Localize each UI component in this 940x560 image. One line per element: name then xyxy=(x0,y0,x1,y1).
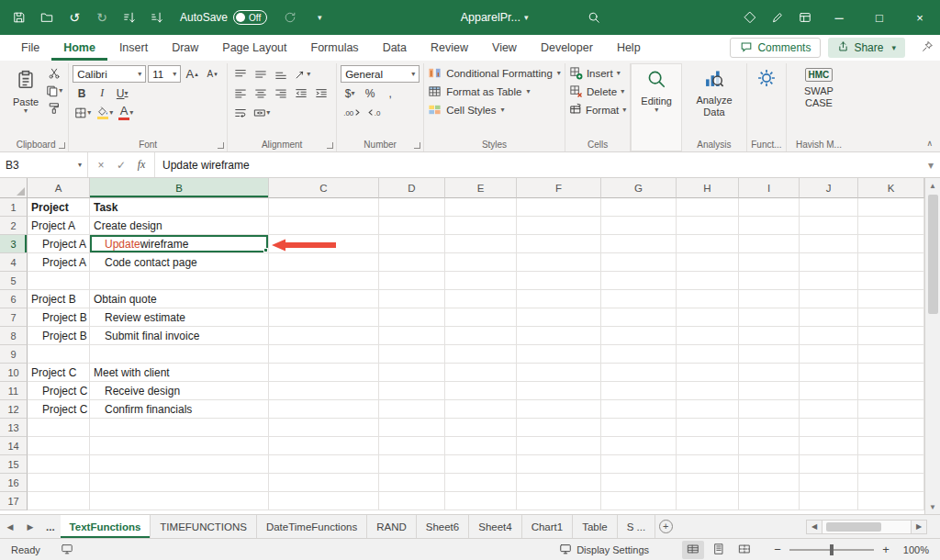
cell-G16[interactable] xyxy=(601,474,677,492)
cell-C8[interactable] xyxy=(269,327,379,345)
cell-A10[interactable]: Project C xyxy=(28,364,90,382)
cell-J17[interactable] xyxy=(800,492,858,510)
cell-F5[interactable] xyxy=(517,272,601,290)
cell-F16[interactable] xyxy=(517,474,601,492)
hscroll-left-icon[interactable]: ◀ xyxy=(806,520,822,534)
cell-B12[interactable]: Confirm financials xyxy=(90,400,269,419)
percent-style-button[interactable]: % xyxy=(361,84,379,102)
paste-button[interactable]: Paste ▾ xyxy=(7,66,44,115)
format-as-table-button[interactable]: Format as Table ▾ xyxy=(428,83,561,101)
cell-D11[interactable] xyxy=(379,382,445,400)
column-header-J[interactable]: J xyxy=(800,178,858,198)
hscroll-track[interactable] xyxy=(822,520,911,534)
cell-D16[interactable] xyxy=(379,474,445,492)
align-top-button[interactable] xyxy=(231,65,250,83)
cell-G12[interactable] xyxy=(601,400,677,419)
cell-H6[interactable] xyxy=(677,290,739,308)
cell-K16[interactable] xyxy=(858,474,924,492)
cell-J12[interactable] xyxy=(800,400,858,419)
row-header-1[interactable]: 1 xyxy=(0,198,28,217)
search-icon[interactable] xyxy=(580,4,608,31)
cell-I17[interactable] xyxy=(739,492,800,510)
cell-G15[interactable] xyxy=(601,455,677,474)
row-header-14[interactable]: 14 xyxy=(0,437,28,455)
cell-D17[interactable] xyxy=(379,492,445,510)
cell-H14[interactable] xyxy=(677,437,739,455)
cell-A2[interactable]: Project A xyxy=(28,217,90,235)
insert-cells-button[interactable]: Insert ▾ xyxy=(569,64,626,83)
row-header-2[interactable]: 2 xyxy=(0,217,28,235)
cell-E10[interactable] xyxy=(445,364,517,382)
cell-F9[interactable] xyxy=(517,345,601,364)
cell-E6[interactable] xyxy=(445,290,517,308)
ribbon-tab-file[interactable]: File xyxy=(9,35,51,61)
zoom-level[interactable]: 100% xyxy=(898,544,929,555)
cell-F3[interactable] xyxy=(517,235,601,253)
cell-C4[interactable] xyxy=(269,253,379,272)
cell-E9[interactable] xyxy=(445,345,517,364)
ribbon-tab-insert[interactable]: Insert xyxy=(107,35,160,61)
cell-F7[interactable] xyxy=(517,308,601,327)
new-sheet-button[interactable]: + xyxy=(655,515,676,538)
cell-J10[interactable] xyxy=(800,364,858,382)
cell-E17[interactable] xyxy=(445,492,517,510)
format-cells-button[interactable]: Format ▾ xyxy=(569,101,626,119)
sheet-tab-sheet6[interactable]: Sheet6 xyxy=(417,515,469,538)
comma-style-button[interactable]: , xyxy=(381,84,399,102)
cell-J16[interactable] xyxy=(800,474,858,492)
number-dialog-launcher[interactable] xyxy=(414,142,420,149)
cell-C6[interactable] xyxy=(269,290,379,308)
row-header-4[interactable]: 4 xyxy=(0,253,28,272)
cell-I5[interactable] xyxy=(739,272,800,290)
analyze-data-button[interactable]: Analyze Data xyxy=(686,64,743,118)
ribbon-tab-draw[interactable]: Draw xyxy=(160,35,210,61)
bold-button[interactable]: B xyxy=(73,84,91,102)
font-name-select[interactable]: Calibri▾ xyxy=(73,65,146,83)
row-header-6[interactable]: 6 xyxy=(0,290,28,308)
cell-A16[interactable] xyxy=(28,474,90,492)
cell-C11[interactable] xyxy=(269,382,379,400)
cell-H2[interactable] xyxy=(677,217,739,235)
cell-H15[interactable] xyxy=(677,455,739,474)
ribbon-tab-formulas[interactable]: Formulas xyxy=(299,35,371,61)
cell-J6[interactable] xyxy=(800,290,858,308)
font-color-button[interactable]: A▾ xyxy=(117,104,135,121)
cell-B15[interactable] xyxy=(90,455,269,474)
row-header-16[interactable]: 16 xyxy=(0,474,28,492)
cell-E15[interactable] xyxy=(445,455,517,474)
cell-D8[interactable] xyxy=(379,327,445,345)
zoom-slider[interactable] xyxy=(789,549,874,551)
row-header-9[interactable]: 9 xyxy=(0,345,28,364)
cell-A14[interactable] xyxy=(28,437,90,455)
cell-G13[interactable] xyxy=(601,419,677,437)
cell-G11[interactable] xyxy=(601,382,677,400)
align-right-button[interactable] xyxy=(272,84,290,102)
increase-decimal-button[interactable]: .00 xyxy=(341,104,364,121)
row-header-3[interactable]: 3 xyxy=(0,235,28,253)
cell-B14[interactable] xyxy=(90,437,269,455)
cell-K3[interactable] xyxy=(858,235,924,253)
cell-G7[interactable] xyxy=(601,308,677,327)
close-button[interactable]: × xyxy=(900,0,940,35)
cell-I14[interactable] xyxy=(739,437,800,455)
cell-H17[interactable] xyxy=(677,492,739,510)
cell-I8[interactable] xyxy=(739,327,800,345)
cell-A9[interactable] xyxy=(28,345,90,364)
sheet-nav-left-icon[interactable]: ◀ xyxy=(0,515,20,538)
cell-E8[interactable] xyxy=(445,327,517,345)
cell-I10[interactable] xyxy=(739,364,800,382)
cell-F2[interactable] xyxy=(517,217,601,235)
cell-D2[interactable] xyxy=(379,217,445,235)
cell-G14[interactable] xyxy=(601,437,677,455)
ribbon-tab-developer[interactable]: Developer xyxy=(529,35,605,61)
open-icon[interactable] xyxy=(33,4,61,31)
collapse-ribbon-icon[interactable]: ∧ xyxy=(926,139,933,148)
cell-F8[interactable] xyxy=(517,327,601,345)
cell-J3[interactable] xyxy=(800,235,858,253)
cell-K1[interactable] xyxy=(858,198,924,217)
row-header-12[interactable]: 12 xyxy=(0,400,28,419)
share-button[interactable]: Share ▾ xyxy=(828,38,905,58)
orientation-button[interactable]: ▾ xyxy=(292,65,312,83)
align-center-button[interactable] xyxy=(252,84,270,102)
column-header-G[interactable]: G xyxy=(601,178,677,198)
